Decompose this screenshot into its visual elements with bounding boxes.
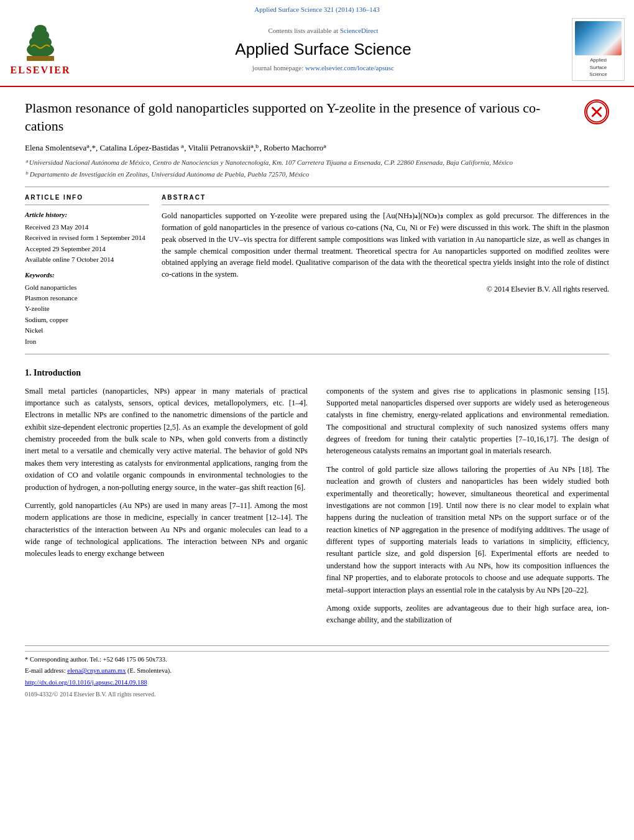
- doi-line: http://dx.doi.org/10.1016/j.apsusc.2014.…: [25, 678, 609, 688]
- copyright: © 2014 Elsevier B.V. All rights reserved…: [162, 284, 609, 295]
- revised-date: Received in revised form 1 September 201…: [25, 233, 149, 242]
- keyword-2: Plasmon resonance: [25, 293, 149, 303]
- homepage-link[interactable]: www.elsevier.com/locate/apsusc: [305, 64, 394, 72]
- online-date: Available online 7 October 2014: [25, 255, 149, 264]
- keywords-label: Keywords:: [25, 270, 149, 280]
- sciencedirect-link: Contents lists available at ScienceDirec…: [75, 26, 572, 35]
- article-info-heading: ARTICLE INFO: [25, 193, 149, 205]
- journal-logo-image: [575, 21, 622, 55]
- svg-rect-5: [27, 56, 54, 61]
- affiliations: ᵃ Universidad Nacional Autónoma de Méxic…: [25, 157, 609, 179]
- intro-divider: [25, 354, 609, 354]
- header-main: ELSEVIER Contents lists available at Sci…: [0, 18, 634, 86]
- affiliation-b: ᵇ Departamento de Investigación en Zeoli…: [25, 169, 609, 180]
- footnote-email: E-mail address: elena@cnyn.unam.mx (E. S…: [25, 667, 609, 676]
- journal-logo-name: AppliedSurfaceScience: [575, 57, 622, 78]
- article-info-abstract: ARTICLE INFO Article history: Received 2…: [25, 193, 609, 348]
- keyword-4: Sodium, copper: [25, 315, 149, 325]
- doi-link[interactable]: http://dx.doi.org/10.1016/j.apsusc.2014.…: [25, 679, 147, 686]
- accepted-date: Accepted 29 September 2014: [25, 244, 149, 254]
- footer-rule: [25, 651, 609, 652]
- abstract-column: ABSTRACT Gold nanoparticles supported on…: [162, 193, 609, 348]
- article-footer: * Corresponding author. Tel.: +52 646 17…: [25, 645, 609, 699]
- journal-header: Applied Surface Science 321 (2014) 136–1…: [0, 0, 634, 87]
- email-link[interactable]: elena@cnyn.unam.mx: [67, 667, 126, 674]
- homepage-prefix: journal homepage:: [252, 64, 305, 72]
- introduction-section: 1. Introduction Small metal particles (n…: [25, 367, 609, 633]
- section-name: Introduction: [34, 368, 81, 377]
- journal-logo-box: AppliedSurfaceScience: [572, 18, 625, 81]
- abstract-text: Gold nanoparticles supported on Y-zeolit…: [162, 210, 609, 280]
- intro-para-5: Among oxide supports, zeolites are advan…: [326, 602, 609, 627]
- journal-homepage: journal homepage: www.elsevier.com/locat…: [75, 63, 572, 73]
- sciencedirect-prefix: Contents lists available at: [268, 27, 339, 34]
- main-content: Plasmon resonance of gold nanoparticles …: [0, 87, 634, 711]
- intro-para-1: Small metal particles (nanoparticles, NP…: [25, 385, 308, 494]
- intro-para-4: The control of gold particle size allows…: [326, 464, 609, 596]
- article-reference-text: Applied Surface Science 321 (2014) 136–1…: [254, 6, 379, 13]
- sciencedirect-anchor[interactable]: ScienceDirect: [340, 27, 379, 34]
- svg-point-4: [34, 25, 47, 35]
- received-date: Received 23 May 2014: [25, 223, 149, 232]
- elsevier-brand-text: ELSEVIER: [11, 63, 71, 77]
- journal-title-header: Applied Surface Science: [75, 38, 572, 60]
- intro-para-2: Currently, gold nanoparticles (Au NPs) a…: [25, 500, 308, 560]
- keyword-1: Gold nanoparticles: [25, 283, 149, 292]
- issn-line: 0169-4332/© 2014 Elsevier B.V. All right…: [25, 690, 609, 699]
- keyword-3: Y-zeolite: [25, 304, 149, 313]
- history-label: Article history:: [25, 210, 149, 219]
- affiliation-a: ᵃ Universidad Nacional Autónoma de Méxic…: [25, 157, 609, 168]
- intro-para-3: components of the system and gives rise …: [326, 385, 609, 458]
- intro-right-col: components of the system and gives rise …: [326, 385, 609, 633]
- article-title-section: Plasmon resonance of gold nanoparticles …: [25, 99, 609, 135]
- article-title: Plasmon resonance of gold nanoparticles …: [25, 99, 575, 135]
- keyword-5: Nickel: [25, 326, 149, 335]
- intro-left-col: Small metal particles (nanoparticles, NP…: [25, 385, 308, 633]
- article-info-column: ARTICLE INFO Article history: Received 2…: [25, 193, 149, 348]
- section-number: 1.: [25, 368, 32, 377]
- elsevier-tree-icon: [16, 22, 65, 62]
- authors: Elena Smolentsevaᵃ,*, Catalina López-Bas…: [25, 142, 609, 154]
- header-center: Contents lists available at ScienceDirec…: [75, 26, 572, 73]
- crossmark-icon: [584, 99, 609, 124]
- email-label: E-mail address:: [25, 667, 67, 674]
- keyword-6: Iron: [25, 337, 149, 346]
- journal-logo: AppliedSurfaceScience: [572, 18, 628, 81]
- crossmark: [584, 99, 609, 124]
- email-suffix: (E. Smolenteva).: [127, 667, 172, 674]
- introduction-title: 1. Introduction: [25, 367, 609, 379]
- abstract-heading: ABSTRACT: [162, 193, 609, 205]
- elsevier-logo: ELSEVIER: [6, 22, 75, 77]
- section-divider: [25, 187, 609, 187]
- introduction-text: Small metal particles (nanoparticles, NP…: [25, 385, 609, 633]
- footnote-star: * Corresponding author. Tel.: +52 646 17…: [25, 655, 609, 665]
- article-reference: Applied Surface Science 321 (2014) 136–1…: [0, 5, 634, 14]
